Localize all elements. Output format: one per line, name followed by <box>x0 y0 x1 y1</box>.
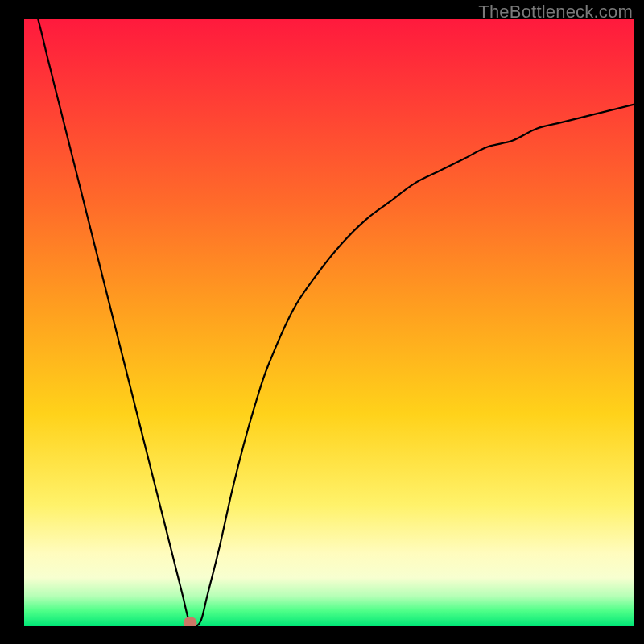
bottleneck-curve-path <box>24 19 634 626</box>
chart-frame: TheBottleneck.com <box>0 0 644 644</box>
curve-layer <box>24 19 634 626</box>
plot-area <box>24 19 634 626</box>
optimum-marker <box>184 617 197 626</box>
